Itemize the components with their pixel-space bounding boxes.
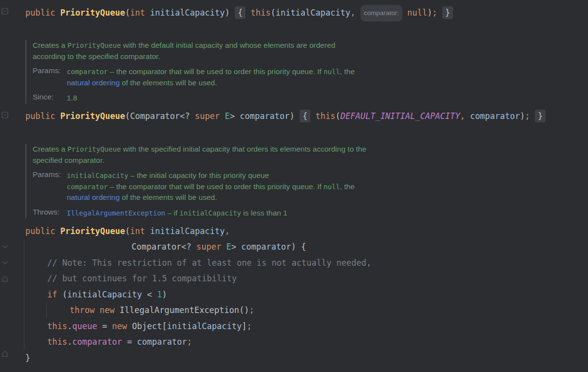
- parameter-token: initialCapacity: [167, 321, 242, 331]
- keyword-token: public: [25, 8, 55, 18]
- folded-brace[interactable]: }: [442, 6, 453, 19]
- constant-token: DEFAULT_INITIAL_CAPACITY: [341, 111, 460, 121]
- doc-line: Creates a PriorityQueue with the specifi…: [33, 144, 366, 155]
- parameter-token: initialCapacity: [276, 8, 351, 18]
- code-text-token: [55, 111, 60, 121]
- indent-guide: [46, 303, 47, 318]
- doc-inline-code: comparator: [67, 183, 108, 191]
- code-text-token: [221, 242, 226, 252]
- code-line[interactable]: public PriorityQueue(int initialCapacity…: [25, 5, 453, 21]
- parameter-token: comparator: [470, 111, 520, 121]
- code-text-token: [55, 226, 60, 236]
- code-line[interactable]: }: [25, 350, 30, 366]
- doc-inline-code: PriorityQueue: [68, 41, 121, 49]
- doc-inline-code: initialCapacity: [180, 209, 241, 217]
- code-line[interactable]: // but continues for 1.5 compatibility: [47, 271, 237, 286]
- method-name-token: PriorityQueue: [60, 8, 125, 18]
- code-text-token: >: [231, 242, 241, 252]
- doc-section-content: Creates a PriorityQueue with the specifi…: [33, 144, 366, 166]
- code-text-token: Object[: [127, 321, 167, 331]
- javadoc-block: Creates a PriorityQueue with the default…: [25, 40, 355, 104]
- doc-link[interactable]: natural ordering: [67, 193, 120, 201]
- code-line[interactable]: // Note: This restriction of at least on…: [47, 255, 371, 271]
- code-text-token: .: [67, 337, 72, 347]
- fold-chevron-down-icon[interactable]: [1, 259, 8, 266]
- javadoc-since: Since:1.8: [33, 93, 355, 104]
- code-line[interactable]: this.queue = new Object[initialCapacity]…: [47, 318, 252, 334]
- code-text-token: [145, 8, 150, 18]
- parameter-token: initialCapacity: [150, 8, 225, 18]
- code-text-token: [145, 226, 150, 236]
- parameter-token: comparator: [240, 111, 289, 121]
- doc-exception-link[interactable]: IllegalArgumentException: [67, 209, 165, 217]
- punctuation-token: ;: [432, 8, 437, 18]
- folded-brace[interactable]: {: [235, 6, 246, 19]
- folded-brace[interactable]: }: [535, 110, 546, 122]
- code-text-token: ): [520, 111, 525, 121]
- code-line[interactable]: public PriorityQueue(Comparator<? super …: [25, 108, 546, 124]
- code-line[interactable]: this.comparator = comparator;: [47, 334, 192, 350]
- keyword-token: public: [25, 226, 55, 236]
- keyword-token: this: [316, 111, 336, 121]
- doc-text-run: , the: [340, 182, 355, 191]
- code-text-token: ) {: [291, 242, 306, 252]
- code-text-token: [55, 8, 60, 18]
- folded-brace[interactable]: {: [300, 110, 310, 122]
- keyword-token: null: [407, 8, 427, 18]
- keyword-token: int: [130, 226, 145, 236]
- doc-text-run: 1.8: [67, 94, 77, 102]
- code-text-token: [220, 111, 225, 121]
- code-text-token: (: [57, 290, 67, 299]
- doc-text-run: according to the specified comparator.: [33, 52, 160, 60]
- doc-section-content: IllegalArgumentException – if initialCap…: [67, 208, 287, 219]
- code-text-token: (: [125, 8, 130, 18]
- doc-section-label: Params:: [33, 66, 67, 88]
- doc-text-run: – the initial capacity for this priority…: [128, 171, 269, 179]
- parameter-name-hint: comparator:: [360, 5, 402, 21]
- fold-end-icon[interactable]: [1, 351, 8, 357]
- doc-text-run: of the elements will be used.: [120, 193, 217, 201]
- fold-end-icon[interactable]: [1, 275, 8, 282]
- code-text-token: [246, 8, 250, 18]
- doc-line: comparator – the comparator that will be…: [67, 66, 355, 78]
- code-text-token: ): [225, 8, 234, 18]
- doc-line: natural ordering of the elements will be…: [67, 78, 355, 89]
- fold-collapse-icon[interactable]: [1, 8, 8, 15]
- code-text-token: >: [230, 111, 240, 121]
- fold-chevron-down-icon[interactable]: [1, 243, 8, 250]
- code-line[interactable]: if (initialCapacity < 1): [47, 287, 167, 302]
- keyword-token: this: [250, 8, 270, 18]
- fold-collapse-icon[interactable]: [1, 112, 8, 118]
- doc-inline-code: initialCapacity: [67, 172, 128, 179]
- doc-inline-code: PriorityQueue: [68, 145, 121, 153]
- keyword-token: throw: [70, 305, 95, 315]
- comment-token: // Note: This restriction of at least on…: [47, 258, 371, 268]
- doc-inline-code: null: [323, 68, 340, 76]
- code-line[interactable]: public PriorityQueue(int initialCapacity…: [25, 223, 230, 239]
- code-editor[interactable]: public PriorityQueue(int initialCapacity…: [0, 0, 588, 372]
- doc-section-content: comparator – the comparator that will be…: [67, 66, 355, 88]
- method-name-token: PriorityQueue: [60, 111, 125, 121]
- keyword-token: new: [99, 305, 114, 315]
- code-line[interactable]: Comparator<? super E> comparator) {: [132, 239, 306, 255]
- code-text-token: [310, 111, 315, 121]
- doc-link[interactable]: natural ordering: [67, 78, 120, 87]
- code-text-token: [437, 8, 442, 18]
- punctuation-token: ;: [187, 337, 192, 347]
- code-text-token: (Comparator<?: [125, 111, 195, 121]
- field-token: comparator: [72, 337, 122, 347]
- punctuation-token: ;: [249, 305, 254, 315]
- keyword-token: int: [130, 8, 145, 18]
- type-parameter-token: E: [225, 111, 229, 121]
- code-text-token: [355, 8, 360, 18]
- doc-line: natural ordering of the elements will be…: [67, 192, 355, 203]
- code-text-token: [95, 305, 99, 315]
- doc-inline-code: null: [323, 183, 340, 191]
- code-line[interactable]: throw new IllegalArgumentException();: [70, 302, 254, 318]
- doc-text-run: – if: [165, 209, 179, 217]
- javadoc-throws: Throws:IllegalArgumentException – if ini…: [33, 208, 366, 219]
- code-text-token: (: [270, 8, 275, 18]
- punctuation-token: ;: [247, 321, 252, 331]
- doc-text-run: with the default initial capacity and wh…: [121, 41, 335, 49]
- javadoc-params: Params:initialCapacity – the initial cap…: [33, 170, 366, 203]
